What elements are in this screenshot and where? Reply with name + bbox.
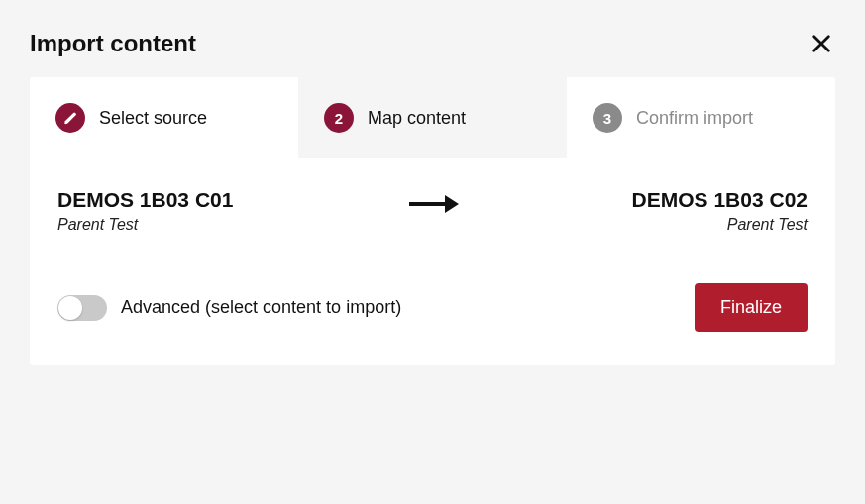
dialog-card: Select source 2 Map content 3 Confirm im… (30, 77, 835, 365)
source-subtitle: Parent Test (57, 216, 233, 234)
destination-title: DEMOS 1B03 C02 (632, 188, 808, 212)
advanced-toggle-label: Advanced (select content to import) (121, 297, 401, 318)
arrow-right-icon (405, 192, 461, 216)
source-title: DEMOS 1B03 C01 (57, 188, 233, 212)
destination-course: DEMOS 1B03 C02 Parent Test (632, 188, 808, 234)
close-button[interactable] (808, 30, 835, 57)
step-confirm-import[interactable]: 3 Confirm import (567, 77, 835, 158)
step-label: Select source (99, 108, 207, 129)
stepper: Select source 2 Map content 3 Confirm im… (30, 77, 835, 158)
close-icon (811, 33, 832, 54)
step-select-source[interactable]: Select source (30, 77, 298, 158)
source-course: DEMOS 1B03 C01 Parent Test (57, 188, 233, 234)
toggle-knob (58, 296, 82, 320)
step-label: Confirm import (636, 108, 753, 129)
finalize-button[interactable]: Finalize (695, 283, 808, 332)
destination-subtitle: Parent Test (632, 216, 808, 234)
pencil-icon (55, 103, 85, 133)
step-number: 3 (593, 103, 622, 133)
step-number: 2 (324, 103, 354, 133)
dialog-header: Import content (30, 30, 835, 57)
svg-marker-3 (445, 195, 459, 213)
advanced-toggle[interactable] (57, 295, 107, 321)
dialog-title: Import content (30, 30, 196, 57)
step-map-content[interactable]: 2 Map content (298, 77, 567, 158)
step-label: Map content (368, 108, 466, 129)
dialog-footer: Advanced (select content to import) Fina… (30, 273, 835, 365)
mapping-row: DEMOS 1B03 C01 Parent Test DEMOS 1B03 C0… (30, 158, 835, 273)
